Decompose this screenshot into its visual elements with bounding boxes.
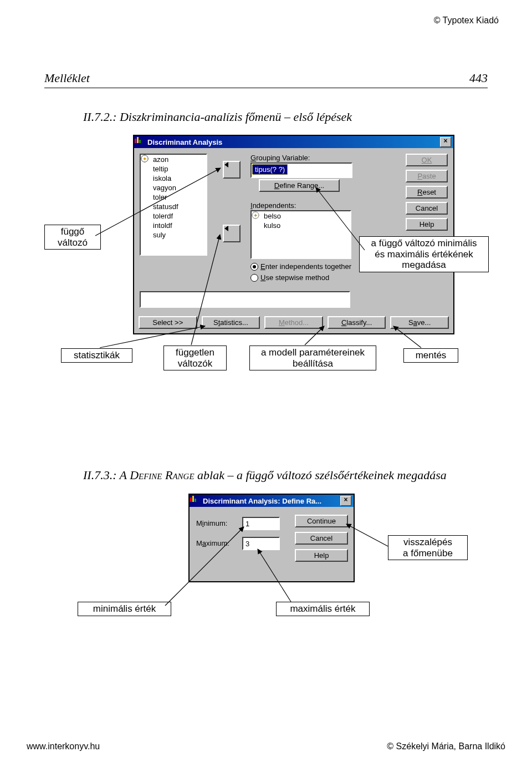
figure1-arrows	[44, 135, 488, 390]
svg-line-38	[258, 549, 291, 602]
figure2-arrows	[44, 494, 488, 649]
footer-authors: © Székelyi Mária, Barna Ildikó	[387, 741, 505, 751]
figure2: Discriminant Analysis: Define Ra... × Mi…	[44, 494, 488, 649]
figure1-caption: II.7.2.: Diszkriminancia-analízis főmenü…	[83, 110, 488, 124]
header-title: Melléklet	[44, 71, 90, 85]
svg-line-30	[191, 235, 220, 345]
svg-line-36	[346, 524, 388, 546]
svg-line-29	[100, 326, 205, 348]
figure1: Discriminant Analysis × ✦azon ✦teltip ✦i…	[44, 135, 488, 390]
svg-line-37	[165, 527, 244, 606]
page: © Typotex Kiadó Melléklet 443 II.7.2.: D…	[0, 0, 532, 767]
publisher-text: © Typotex Kiadó	[434, 16, 499, 26]
svg-line-32	[393, 326, 421, 348]
footer-url: www.interkonyv.hu	[27, 741, 100, 751]
svg-line-31	[305, 326, 324, 345]
header-page-number: 443	[469, 71, 488, 85]
header-rule	[44, 88, 488, 88]
svg-line-27	[95, 168, 221, 236]
figure2-caption: II.7.3.: A Define Range ablak – a függő …	[83, 468, 488, 482]
svg-line-28	[316, 187, 365, 250]
